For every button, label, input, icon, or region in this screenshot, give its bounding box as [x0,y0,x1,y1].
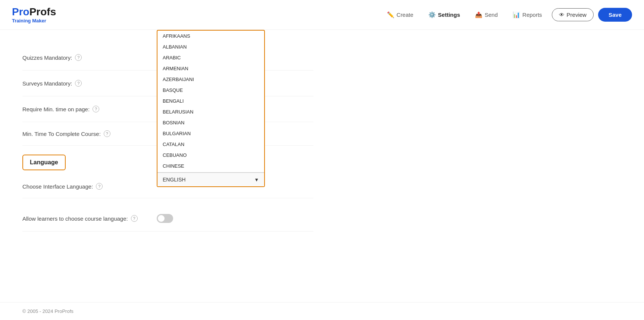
save-button[interactable]: Save [598,8,632,22]
logo-profs: Profs [29,6,56,18]
quizzes-mandatory-help-icon[interactable]: ? [75,54,82,61]
min-time-complete-label: Min. Time To Complete Course: ? [22,130,142,137]
logo-pro: Pro [12,6,29,18]
selected-language-text: ENGLISH [163,177,185,183]
main-content: Quizzes Mandatory: ? Surveys Mandatory: … [0,30,336,246]
language-option[interactable]: BASQUE [157,85,264,96]
language-option[interactable]: BOSNIAN [157,117,264,128]
language-option[interactable]: ALBANIAN [157,41,264,52]
language-option[interactable]: AFRIKAANS [157,31,264,41]
language-list[interactable]: AFRIKAANSALBANIANARABICARMENIANAZERBAIJA… [157,31,264,173]
allow-learners-toggle[interactable] [157,214,173,223]
language-dropdown-container[interactable]: AFRIKAANSALBANIANARABICARMENIANAZERBAIJA… [157,30,265,187]
choose-interface-language-help-icon[interactable]: ? [96,183,103,190]
surveys-mandatory-label: Surveys Mandatory: ? [22,80,142,87]
send-icon: 📤 [475,11,482,18]
allow-learners-help-icon[interactable]: ? [131,215,138,222]
header: ProProfs Training Maker ✏️ Create ⚙️ Set… [0,0,644,30]
language-option[interactable]: CEBUANO [157,150,264,161]
logo-subtitle: Training Maker [12,18,56,24]
reports-icon: 📊 [513,11,520,18]
language-option[interactable]: AZERBAIJANI [157,74,264,85]
surveys-mandatory-help-icon[interactable]: ? [75,80,82,87]
min-time-complete-help-icon[interactable]: ? [104,130,110,137]
allow-learners-toggle-area [157,214,173,223]
choose-interface-language-row: Choose Interface Language: ? AFRIKAANSAL… [22,173,313,198]
language-option[interactable]: CATALAN [157,139,264,150]
quizzes-mandatory-label: Quizzes Mandatory: ? [22,54,142,61]
language-option[interactable]: CHINESE [157,161,264,171]
preview-button[interactable]: 👁 Preview [552,8,594,21]
chevron-down-icon: ▼ [254,177,259,183]
allow-learners-slider [157,214,173,223]
nav-area: ✏️ Create ⚙️ Settings 📤 Send 📊 Reports 👁… [382,8,632,22]
language-option[interactable]: BENGALI [157,96,264,106]
language-option[interactable]: BELARUSIAN [157,106,264,117]
gear-icon: ⚙️ [428,11,436,18]
nav-create[interactable]: ✏️ Create [382,8,419,21]
language-section-header: Language [22,155,66,170]
language-select-bar[interactable]: ENGLISH ▼ [157,173,264,186]
logo: ProProfs Training Maker [12,6,56,24]
nav-send[interactable]: 📤 Send [470,8,503,21]
language-option[interactable]: ARMENIAN [157,63,264,74]
language-option[interactable]: ARABIC [157,52,264,63]
language-option[interactable]: BULGARIAN [157,128,264,139]
require-min-time-label: Require Min. time on page: ? [22,106,142,112]
pencil-icon: ✏️ [387,11,394,18]
choose-interface-language-label: Choose Interface Language: ? [22,179,142,190]
allow-learners-label: Allow learners to choose course language… [22,215,142,222]
nav-settings[interactable]: ⚙️ Settings [423,8,465,21]
allow-learners-row: Allow learners to choose course language… [22,206,313,232]
require-min-time-help-icon[interactable]: ? [93,106,99,112]
nav-reports[interactable]: 📊 Reports [507,8,547,21]
eye-icon: 👁 [559,12,565,18]
